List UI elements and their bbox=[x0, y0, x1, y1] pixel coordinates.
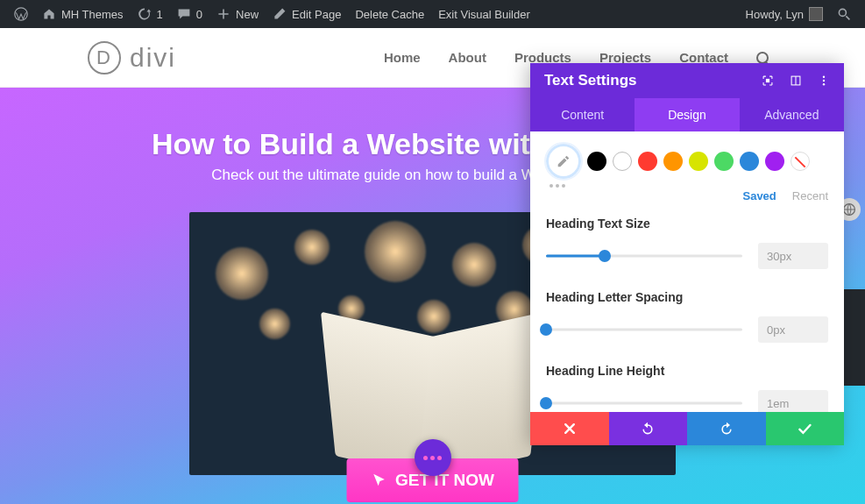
eyedropper-icon bbox=[556, 153, 571, 169]
text-settings-panel: Text Settings Content Design Advanced Sa… bbox=[530, 63, 844, 445]
control-label-2: Heading Line Height bbox=[546, 364, 828, 378]
control-row-0: 30px bbox=[546, 243, 828, 269]
nav-item-about[interactable]: About bbox=[449, 50, 486, 65]
site-name: MH Themes bbox=[61, 8, 124, 21]
color-swatch-row bbox=[546, 144, 828, 179]
exit-vb-label: Exit Visual Builder bbox=[438, 8, 530, 21]
updates-count: 1 bbox=[157, 8, 163, 21]
globe-icon bbox=[842, 202, 856, 217]
edit-page-link[interactable]: Edit Page bbox=[266, 0, 348, 28]
panel-header: Text Settings bbox=[530, 63, 844, 98]
slider-thumb-2[interactable] bbox=[540, 397, 552, 409]
greeting: Howdy, Lyn bbox=[746, 8, 804, 21]
redo-icon bbox=[720, 422, 734, 436]
comments-count: 0 bbox=[196, 8, 202, 21]
undo-button[interactable] bbox=[609, 412, 688, 445]
tab-design[interactable]: Design bbox=[635, 98, 739, 131]
value-box-0[interactable]: 30px bbox=[758, 243, 828, 269]
plus-icon bbox=[216, 7, 230, 21]
color-swatch-5[interactable] bbox=[714, 152, 734, 171]
panel-tabs: Content Design Advanced bbox=[530, 98, 844, 131]
new-label: New bbox=[236, 8, 259, 21]
color-swatch-0[interactable] bbox=[587, 152, 606, 171]
snap-icon[interactable] bbox=[762, 75, 774, 87]
cta-label: GET IT NOW bbox=[395, 471, 494, 490]
panel-actions bbox=[530, 412, 844, 445]
tab-content[interactable]: Content bbox=[530, 98, 635, 131]
cursor-icon bbox=[371, 472, 386, 488]
value-box-2[interactable]: 1em bbox=[758, 390, 828, 412]
nav-item-home[interactable]: Home bbox=[384, 50, 421, 65]
control-label-0: Heading Text Size bbox=[546, 217, 828, 231]
builder-fab[interactable] bbox=[415, 439, 451, 476]
site-name-link[interactable]: MH Themes bbox=[35, 0, 131, 28]
comments-link[interactable]: 0 bbox=[170, 0, 209, 28]
slider-2[interactable] bbox=[546, 397, 742, 409]
account-link[interactable]: Howdy, Lyn bbox=[739, 0, 830, 28]
svg-point-1 bbox=[839, 9, 846, 16]
discard-button[interactable] bbox=[530, 412, 609, 445]
slider-0[interactable] bbox=[546, 250, 742, 262]
redo-button[interactable] bbox=[687, 412, 766, 445]
refresh-icon bbox=[138, 7, 152, 21]
svg-point-7 bbox=[823, 80, 825, 82]
pencil-icon bbox=[273, 7, 287, 21]
check-icon bbox=[798, 422, 812, 436]
color-swatch-3[interactable] bbox=[663, 152, 683, 171]
search-icon bbox=[837, 7, 851, 21]
nav-search-icon[interactable] bbox=[756, 52, 769, 64]
admin-search[interactable] bbox=[830, 0, 858, 28]
svg-point-8 bbox=[823, 83, 825, 85]
color-swatch-7[interactable] bbox=[765, 152, 784, 171]
panel-title: Text Settings bbox=[544, 72, 636, 89]
color-swatch-8[interactable] bbox=[791, 152, 810, 171]
close-icon bbox=[563, 422, 577, 436]
logo-text: divi bbox=[130, 43, 176, 73]
more-dots-icon[interactable] bbox=[549, 184, 828, 188]
palette-saved[interactable]: Saved bbox=[742, 189, 776, 202]
control-label-1: Heading Letter Spacing bbox=[546, 290, 828, 304]
color-swatch-1[interactable] bbox=[613, 152, 632, 171]
new-link[interactable]: New bbox=[209, 0, 266, 28]
palette-recent[interactable]: Recent bbox=[792, 189, 828, 202]
wp-admin-bar: MH Themes 1 0 New Edit Page Delete Cache… bbox=[0, 0, 865, 28]
wordpress-icon bbox=[14, 7, 28, 21]
value-box-1[interactable]: 0px bbox=[758, 316, 828, 343]
home-icon bbox=[42, 7, 56, 21]
expand-icon[interactable] bbox=[790, 75, 802, 87]
panel-body: Saved Recent Heading Text Size30pxHeadin… bbox=[530, 131, 844, 412]
color-picker-button[interactable] bbox=[546, 144, 581, 179]
tab-advanced[interactable]: Advanced bbox=[740, 98, 844, 131]
color-swatch-2[interactable] bbox=[638, 152, 657, 171]
undo-icon bbox=[641, 422, 655, 436]
exit-visual-builder-link[interactable]: Exit Visual Builder bbox=[431, 0, 537, 28]
control-row-1: 0px bbox=[546, 316, 828, 343]
save-button[interactable] bbox=[766, 412, 845, 445]
kebab-icon[interactable] bbox=[818, 75, 830, 87]
color-swatch-6[interactable] bbox=[740, 152, 759, 171]
svg-point-6 bbox=[823, 76, 825, 78]
comment-icon bbox=[177, 7, 191, 21]
wp-logo[interactable] bbox=[7, 0, 35, 28]
slider-1[interactable] bbox=[546, 323, 742, 336]
updates-link[interactable]: 1 bbox=[131, 0, 170, 28]
slider-thumb-1[interactable] bbox=[540, 323, 552, 336]
edit-page-label: Edit Page bbox=[292, 8, 341, 21]
logo-mark-icon: D bbox=[88, 41, 121, 75]
avatar bbox=[809, 7, 823, 21]
palette-tabs: Saved Recent bbox=[546, 189, 828, 202]
color-swatch-4[interactable] bbox=[689, 152, 708, 171]
delete-cache-link[interactable]: Delete Cache bbox=[348, 0, 431, 28]
slider-thumb-0[interactable] bbox=[599, 250, 611, 262]
delete-cache-label: Delete Cache bbox=[355, 8, 424, 21]
logo[interactable]: D divi bbox=[88, 41, 176, 75]
control-row-2: 1em bbox=[546, 390, 828, 412]
svg-rect-3 bbox=[766, 79, 769, 82]
right-accent-bar bbox=[842, 289, 865, 386]
